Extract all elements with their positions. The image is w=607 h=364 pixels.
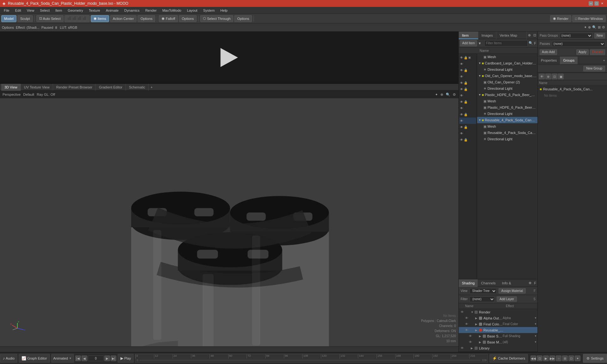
shade-collapse-icon[interactable]: ▼ bbox=[471, 311, 475, 314]
tab-channels[interactable]: Channels bbox=[478, 279, 499, 287]
play-button[interactable]: ▶ Play bbox=[118, 354, 134, 363]
shading-panel-icon-2[interactable]: F bbox=[533, 281, 537, 285]
shader-row-base-shader[interactable]: 👁 ▶ Base Shader Full Shading ▼ bbox=[459, 333, 537, 339]
filter-select[interactable]: (none) bbox=[469, 296, 495, 302]
eye-icon-11[interactable]: 👁 bbox=[460, 119, 463, 123]
item-list-icon-1[interactable]: ⊕ bbox=[527, 33, 532, 37]
shade-eye-icon[interactable]: 👁 bbox=[459, 346, 465, 350]
shading-panel-icon-1[interactable]: ⊕ bbox=[527, 281, 533, 285]
shade-eye-icon[interactable]: 👁 bbox=[464, 328, 469, 332]
lock-icon-6[interactable]: 🔒 bbox=[464, 88, 468, 91]
collapse-icon[interactable]: ▼ bbox=[478, 118, 481, 122]
list-item[interactable]: ▣ Plastic_HDPE_6_Pack_Beer_Can_Carr... bbox=[477, 104, 537, 111]
audio-button[interactable]: ♪ Audio bbox=[0, 354, 17, 363]
list-item[interactable]: ☀ Directional Light bbox=[477, 136, 537, 142]
frame-input[interactable]: 0 bbox=[88, 355, 104, 361]
maximize-button[interactable]: □ bbox=[594, 1, 599, 6]
shader-row-library[interactable]: 👁 ▶ Library bbox=[459, 345, 537, 351]
eye-icon-13[interactable]: 👁 bbox=[460, 132, 463, 135]
list-item[interactable]: ☀ Directional Light bbox=[477, 66, 537, 73]
shader-row-reusable-material[interactable]: 👁 ▶ Reusable_4_Pack_Soda_C... bbox=[459, 327, 537, 333]
lock-icon-10[interactable]: 🔒 bbox=[464, 113, 468, 116]
viewport-icon-3[interactable]: 🔍 bbox=[592, 25, 597, 29]
eye-icon-4[interactable]: 👁 bbox=[460, 75, 463, 78]
tab-gradient-editor[interactable]: Gradient Editor bbox=[96, 84, 126, 91]
eye-icon-14[interactable]: 👁 bbox=[460, 138, 463, 142]
menu-dynamics[interactable]: Dynamics bbox=[122, 8, 142, 13]
status-icon-1[interactable]: ◀◀ bbox=[530, 355, 536, 361]
list-item[interactable]: ▣ Old_Can_Opener (2) bbox=[477, 79, 537, 85]
viewport-icon-4[interactable]: ⊞ bbox=[598, 25, 601, 29]
shade-expand-icon[interactable]: ▶ bbox=[479, 341, 483, 344]
assign-material-button[interactable]: Assign Material bbox=[499, 288, 526, 294]
shader-row-nodes[interactable]: ▶ Nodes bbox=[459, 351, 537, 352]
eye-icon-8[interactable]: 👁 bbox=[460, 100, 463, 104]
effect-dropdown-icon[interactable]: ▼ bbox=[534, 341, 537, 343]
lock-icon-5[interactable]: 🔒 bbox=[464, 81, 468, 85]
shade-eye-icon[interactable]: 👁 bbox=[464, 316, 469, 320]
shader-row-alpha-output[interactable]: 👁 ▶ Alpha Output Alpha ▼ bbox=[459, 315, 537, 321]
menu-maxtomodo[interactable]: MaxToModo bbox=[160, 8, 184, 13]
auto-select-button[interactable]: ⊡ Auto Select bbox=[36, 15, 64, 22]
group-icon-btn-4[interactable]: ▣ bbox=[558, 74, 564, 79]
eye-icon-7[interactable]: 👁 bbox=[460, 94, 463, 97]
eye-icon-6[interactable]: 👁 bbox=[460, 88, 463, 91]
menu-animate[interactable]: Animate bbox=[103, 8, 121, 13]
vp-icon-1[interactable]: ✦ bbox=[435, 93, 438, 97]
tab-uv-texture[interactable]: UV Texture View bbox=[21, 84, 53, 91]
shader-row-render[interactable]: 👁 ▼ Render bbox=[459, 309, 537, 315]
tab-3d-view[interactable]: 3D View bbox=[1, 84, 21, 91]
tab-properties[interactable]: Properties bbox=[538, 57, 560, 64]
select-through-button[interactable]: ⬡ Select Through bbox=[200, 15, 233, 22]
effect-dropdown-icon[interactable]: ▼ bbox=[534, 317, 537, 319]
shade-expand-icon[interactable]: ▶ bbox=[475, 329, 479, 332]
viewport-icon-5[interactable]: ⚙ bbox=[602, 25, 605, 29]
filter-icon[interactable]: F bbox=[534, 41, 536, 45]
animated-dropdown[interactable]: Animated ▼ bbox=[51, 354, 74, 363]
lock-icon-12[interactable]: 🔒 bbox=[464, 125, 468, 129]
viewport-icon-2[interactable]: ⊕ bbox=[588, 25, 591, 29]
status-icon-7[interactable]: ⊡ bbox=[568, 355, 574, 361]
tab-shading[interactable]: Shading bbox=[459, 279, 478, 287]
menu-geometry[interactable]: Geometry bbox=[65, 8, 85, 13]
minimize-button[interactable]: ─ bbox=[589, 1, 593, 6]
group-icon-btn-2[interactable]: ⊕ bbox=[545, 74, 551, 79]
vp-icon-2[interactable]: ⊕ bbox=[440, 93, 443, 97]
vp-icon-4[interactable]: ⚙ bbox=[453, 93, 456, 97]
action-center-button[interactable]: Action Center bbox=[110, 15, 137, 22]
group-icon-btn-1[interactable]: 👁 bbox=[539, 74, 545, 79]
sculpt-mode-button[interactable]: Sculpt bbox=[17, 15, 33, 22]
shade-eye-icon[interactable]: 👁 bbox=[468, 340, 473, 344]
prev-frame-button[interactable]: ◀ bbox=[82, 355, 87, 361]
effect-dropdown-icon[interactable]: ▼ bbox=[534, 323, 537, 325]
status-icon-5[interactable]: ○ bbox=[556, 355, 561, 361]
tab-groups[interactable]: Groups bbox=[560, 57, 578, 64]
cache-deformers-button[interactable]: ⚡ Cache Deformers bbox=[489, 354, 528, 363]
apply-button[interactable]: Apply bbox=[576, 49, 589, 55]
vp-icon-3[interactable]: 🔍 bbox=[446, 93, 450, 97]
shade-eye-icon[interactable]: 👁 bbox=[464, 322, 469, 326]
render-button[interactable]: ◉ Render bbox=[550, 15, 571, 22]
menu-layout[interactable]: Layout bbox=[184, 8, 200, 13]
close-button[interactable]: ✕ bbox=[600, 1, 604, 6]
menu-help[interactable]: Help bbox=[218, 8, 230, 13]
eye-icon-12[interactable]: 👁 bbox=[460, 125, 463, 129]
options-button-1[interactable]: Options bbox=[138, 15, 155, 22]
menu-edit[interactable]: Edit bbox=[13, 8, 24, 13]
items-button[interactable]: ◉ Items bbox=[91, 15, 109, 22]
list-item[interactable]: ▣ Mesh bbox=[477, 98, 537, 104]
list-item[interactable]: ▣ Mesh bbox=[477, 54, 537, 60]
eye-icon-5[interactable]: 👁 bbox=[460, 81, 463, 85]
next-frame-button[interactable]: ▶ bbox=[104, 355, 110, 361]
passes-select[interactable]: (none) bbox=[552, 41, 605, 47]
toolbar-icons[interactable]: ⬛ ⬛ ⬛ ⬛ bbox=[64, 15, 90, 22]
shade-expand-icon[interactable]: ▶ bbox=[475, 317, 479, 320]
list-item[interactable]: ▼ ■ Cardboard_Large_Can_Holder_6_Pac... bbox=[477, 60, 537, 66]
list-item[interactable]: ☀ Directional Light bbox=[477, 111, 537, 117]
settings-button[interactable]: ⚙ Settings bbox=[583, 354, 607, 363]
add-item-arrow[interactable]: ▼ bbox=[478, 41, 481, 45]
plus-icon[interactable]: + bbox=[601, 58, 607, 62]
graph-editor-button[interactable]: 📈 Graph Editor bbox=[19, 354, 50, 363]
menu-system[interactable]: System bbox=[200, 8, 217, 13]
group-tree-item[interactable]: ■ Reusable_4_Pack_Soda_Can... bbox=[538, 86, 607, 92]
